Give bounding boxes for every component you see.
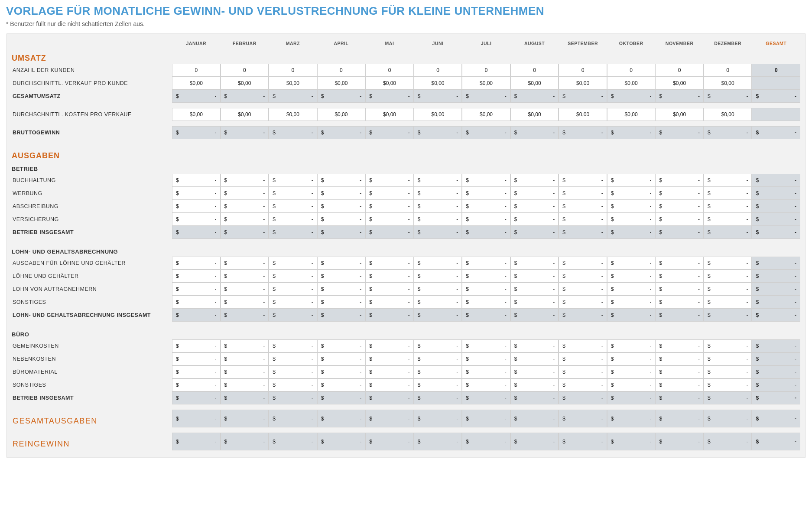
input-cell[interactable]: 0 <box>462 64 510 77</box>
calc-cell[interactable]: $- <box>462 270 510 283</box>
calc-cell[interactable]: $- <box>462 378 510 391</box>
calc-cell[interactable]: $- <box>269 378 317 391</box>
calc-cell[interactable]: $- <box>704 270 752 283</box>
calc-cell[interactable]: $- <box>317 270 366 283</box>
calc-cell[interactable]: $- <box>704 187 752 200</box>
calc-cell[interactable]: $- <box>414 296 462 309</box>
calc-cell[interactable]: $- <box>221 187 269 200</box>
calc-cell[interactable]: $- <box>269 283 317 296</box>
calc-cell[interactable]: $- <box>510 174 559 187</box>
calc-cell[interactable]: $- <box>172 283 221 296</box>
input-cell[interactable]: 0 <box>704 64 752 77</box>
calc-cell[interactable]: $- <box>559 174 607 187</box>
calc-cell[interactable]: $- <box>221 213 269 226</box>
calc-cell[interactable]: $- <box>655 174 704 187</box>
calc-cell[interactable]: $- <box>510 270 559 283</box>
input-cell[interactable]: 0 <box>655 64 704 77</box>
input-cell[interactable]: 0 <box>172 64 221 77</box>
calc-cell[interactable]: $- <box>510 200 559 213</box>
calc-cell[interactable]: $- <box>462 174 510 187</box>
input-cell[interactable]: $0,00 <box>559 108 607 121</box>
calc-cell[interactable]: $- <box>510 283 559 296</box>
calc-cell[interactable]: $- <box>221 378 269 391</box>
calc-cell[interactable]: $- <box>317 283 366 296</box>
input-cell[interactable]: $0,00 <box>172 77 221 90</box>
calc-cell[interactable]: $- <box>607 174 656 187</box>
calc-cell[interactable]: $- <box>704 378 752 391</box>
calc-cell[interactable]: $- <box>365 365 414 378</box>
calc-cell[interactable]: $- <box>221 257 269 270</box>
calc-cell[interactable]: $- <box>365 352 414 365</box>
input-cell[interactable]: 0 <box>414 64 462 77</box>
calc-cell[interactable]: $- <box>559 270 607 283</box>
calc-cell[interactable]: $- <box>414 352 462 365</box>
calc-cell[interactable]: $- <box>414 365 462 378</box>
input-cell[interactable]: $0,00 <box>704 108 752 121</box>
calc-cell[interactable]: $- <box>172 352 221 365</box>
calc-cell[interactable]: $- <box>607 378 656 391</box>
calc-cell[interactable]: $- <box>269 200 317 213</box>
calc-cell[interactable]: $- <box>221 365 269 378</box>
calc-cell[interactable]: $- <box>559 200 607 213</box>
calc-cell[interactable]: $- <box>414 378 462 391</box>
input-cell[interactable]: $0,00 <box>221 77 269 90</box>
calc-cell[interactable]: $- <box>221 270 269 283</box>
calc-cell[interactable]: $- <box>414 283 462 296</box>
input-cell[interactable]: $0,00 <box>414 77 462 90</box>
input-cell[interactable]: 0 <box>317 64 366 77</box>
calc-cell[interactable]: $- <box>559 213 607 226</box>
calc-cell[interactable]: $- <box>655 257 704 270</box>
calc-cell[interactable]: $- <box>607 200 656 213</box>
input-cell[interactable]: $0,00 <box>462 108 510 121</box>
calc-cell[interactable]: $- <box>559 296 607 309</box>
calc-cell[interactable]: $- <box>510 187 559 200</box>
calc-cell[interactable]: $- <box>704 352 752 365</box>
input-cell[interactable]: $0,00 <box>317 108 366 121</box>
calc-cell[interactable]: $- <box>317 296 366 309</box>
input-cell[interactable]: $0,00 <box>172 108 221 121</box>
calc-cell[interactable]: $- <box>269 296 317 309</box>
calc-cell[interactable]: $- <box>462 283 510 296</box>
calc-cell[interactable]: $- <box>510 296 559 309</box>
calc-cell[interactable]: $- <box>607 187 656 200</box>
calc-cell[interactable]: $- <box>414 200 462 213</box>
input-cell[interactable]: $0,00 <box>559 77 607 90</box>
calc-cell[interactable]: $- <box>655 378 704 391</box>
input-cell[interactable]: $0,00 <box>510 77 559 90</box>
calc-cell[interactable]: $- <box>172 365 221 378</box>
calc-cell[interactable]: $- <box>559 187 607 200</box>
input-cell[interactable]: $0,00 <box>365 77 414 90</box>
calc-cell[interactable]: $- <box>704 283 752 296</box>
calc-cell[interactable]: $- <box>414 187 462 200</box>
calc-cell[interactable]: $- <box>172 339 221 352</box>
calc-cell[interactable]: $- <box>317 339 366 352</box>
calc-cell[interactable]: $- <box>704 339 752 352</box>
calc-cell[interactable]: $- <box>414 257 462 270</box>
calc-cell[interactable]: $- <box>510 352 559 365</box>
calc-cell[interactable]: $- <box>172 257 221 270</box>
calc-cell[interactable]: $- <box>510 339 559 352</box>
calc-cell[interactable]: $- <box>655 213 704 226</box>
calc-cell[interactable]: $- <box>317 174 366 187</box>
calc-cell[interactable]: $- <box>462 339 510 352</box>
calc-cell[interactable]: $- <box>704 257 752 270</box>
input-cell[interactable]: $0,00 <box>607 77 656 90</box>
calc-cell[interactable]: $- <box>414 270 462 283</box>
calc-cell[interactable]: $- <box>462 296 510 309</box>
calc-cell[interactable]: $- <box>510 257 559 270</box>
calc-cell[interactable]: $- <box>462 257 510 270</box>
calc-cell[interactable]: $- <box>414 174 462 187</box>
calc-cell[interactable]: $- <box>172 270 221 283</box>
calc-cell[interactable]: $- <box>655 187 704 200</box>
calc-cell[interactable]: $- <box>655 339 704 352</box>
input-cell[interactable]: $0,00 <box>269 77 317 90</box>
input-cell[interactable]: $0,00 <box>655 108 704 121</box>
calc-cell[interactable]: $- <box>172 296 221 309</box>
calc-cell[interactable]: $- <box>365 270 414 283</box>
calc-cell[interactable]: $- <box>559 257 607 270</box>
calc-cell[interactable]: $- <box>607 257 656 270</box>
calc-cell[interactable]: $- <box>172 187 221 200</box>
input-cell[interactable]: 0 <box>269 64 317 77</box>
calc-cell[interactable]: $- <box>317 187 366 200</box>
calc-cell[interactable]: $- <box>462 200 510 213</box>
